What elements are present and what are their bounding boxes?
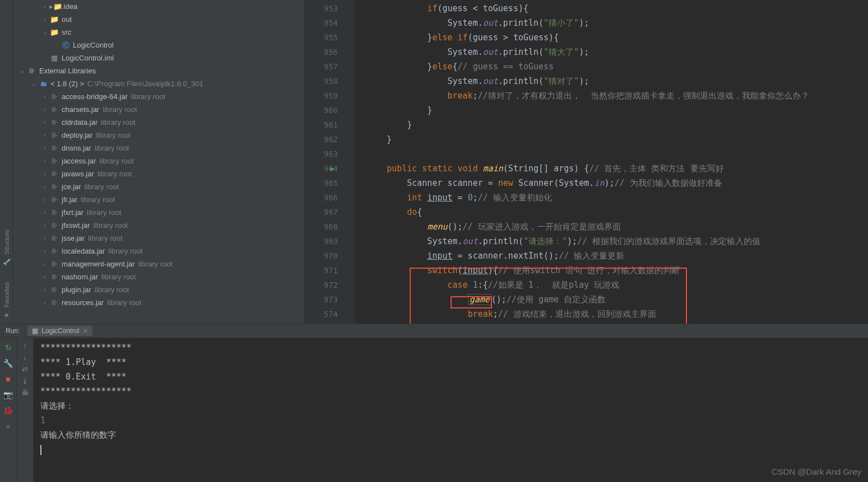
soft-wrap-button[interactable]: ⇄: [22, 365, 28, 373]
up-button[interactable]: ↑: [23, 341, 27, 350]
rerun-button[interactable]: ↻: [2, 341, 15, 354]
tree-item-resources-jar[interactable]: ›⊪resources.jarlibrary root: [13, 296, 304, 309]
run-panel: ↻ 🔧 ■ 📷 🐞 » ↑ ↓ ⇄ ⤓ 🖶 ******************…: [0, 338, 868, 482]
tree-item-LogicControl-iml[interactable]: ▦LogicControl.iml: [13, 52, 304, 64]
editor-gutter[interactable]: 953954955956957958959960961962963964▶965…: [305, 0, 355, 324]
tree-item--idea[interactable]: ›▸📁.idea: [13, 0, 304, 13]
print-button[interactable]: 🖶: [21, 389, 29, 397]
tree-item-deploy-jar[interactable]: ›⊪deploy.jarlibrary root: [13, 129, 304, 142]
tree-item---1-8--2---[interactable]: ⌄🖿< 1.8 (2) >C:\Program Files\Java\jdk1.…: [13, 77, 304, 90]
tree-item-jce-jar[interactable]: ›⊪jce.jarlibrary root: [13, 180, 304, 193]
settings-button[interactable]: 🔧: [2, 357, 15, 369]
tree-item-localedata-jar[interactable]: ›⊪localedata.jarlibrary root: [13, 245, 304, 258]
tree-item-charsets-jar[interactable]: ›⊪charsets.jarlibrary root: [13, 103, 304, 116]
tree-item-cldrdata-jar[interactable]: ›⊪cldrdata.jarlibrary root: [13, 116, 304, 129]
tree-item-jfxswt-jar[interactable]: ›⊪jfxswt.jarlibrary root: [13, 219, 304, 232]
tree-item-javaws-jar[interactable]: ›⊪javaws.jarlibrary root: [13, 167, 304, 180]
tree-item-External-Libraries[interactable]: ⌄⊪External Libraries: [13, 64, 304, 77]
code-editor[interactable]: if(guess < toGuess){ System.out.println(…: [355, 0, 868, 324]
tree-item-nashorn-jar[interactable]: ›⊪nashorn.jarlibrary root: [13, 270, 304, 283]
tree-item-access-bridge-64-jar[interactable]: ›⊪access-bridge-64.jarlibrary root: [13, 90, 304, 103]
scroll-end-button[interactable]: ⤓: [22, 377, 28, 385]
close-icon[interactable]: ✕: [83, 327, 88, 335]
tree-item-LogicControl[interactable]: ⒸLogicControl: [13, 39, 304, 52]
run-config-icon: ▦: [32, 327, 38, 335]
project-tree[interactable]: ›▸📁.idea›📁out⌄📁srcⒸLogicControl▦LogicCon…: [13, 0, 305, 324]
tree-item-management-agent-jar[interactable]: ›⊪management-agent.jarlibrary root: [13, 258, 304, 270]
down-button[interactable]: ↓: [23, 353, 27, 362]
run-tab[interactable]: ▦ LogicControl ✕: [27, 326, 92, 336]
debug-button[interactable]: 🐞: [2, 404, 15, 417]
run-actions-col2: ↑ ↓ ⇄ ⤓ 🖶: [17, 338, 34, 482]
editor-area: 953954955956957958959960961962963964▶965…: [305, 0, 868, 324]
watermark: CSDN @Dark And Grey: [772, 467, 861, 476]
tree-item-dnsns-jar[interactable]: ›⊪dnsns.jarlibrary root: [13, 142, 304, 155]
run-toolbar: Run: ▦ LogicControl ✕: [0, 324, 868, 338]
left-tool-strip: 🔧Structure ★Favorites: [0, 0, 13, 324]
run-actions-col1: ↻ 🔧 ■ 📷 🐞 »: [0, 338, 17, 482]
favorites-tool[interactable]: ★Favorites: [3, 282, 10, 318]
tree-item-jsse-jar[interactable]: ›⊪jsse.jarlibrary root: [13, 232, 304, 245]
tree-item-src[interactable]: ⌄📁src: [13, 26, 304, 39]
tree-item-plugin-jar[interactable]: ›⊪plugin.jarlibrary root: [13, 283, 304, 296]
expand-button[interactable]: »: [2, 420, 15, 432]
tree-item-out[interactable]: ›📁out: [13, 13, 304, 26]
tree-item-jaccess-jar[interactable]: ›⊪jaccess.jarlibrary root: [13, 155, 304, 167]
run-label: Run:: [6, 327, 20, 335]
console-output[interactable]: ****************** **** 1.Play **** ****…: [34, 338, 868, 482]
stop-button[interactable]: ■: [2, 373, 15, 385]
tree-item-jfr-jar[interactable]: ›⊪jfr.jarlibrary root: [13, 193, 304, 206]
camera-button[interactable]: 📷: [2, 389, 15, 401]
run-tab-name: LogicControl: [41, 327, 79, 335]
structure-tool[interactable]: 🔧Structure: [3, 230, 10, 265]
tree-item-jfxrt-jar[interactable]: ›⊪jfxrt.jarlibrary root: [13, 206, 304, 219]
